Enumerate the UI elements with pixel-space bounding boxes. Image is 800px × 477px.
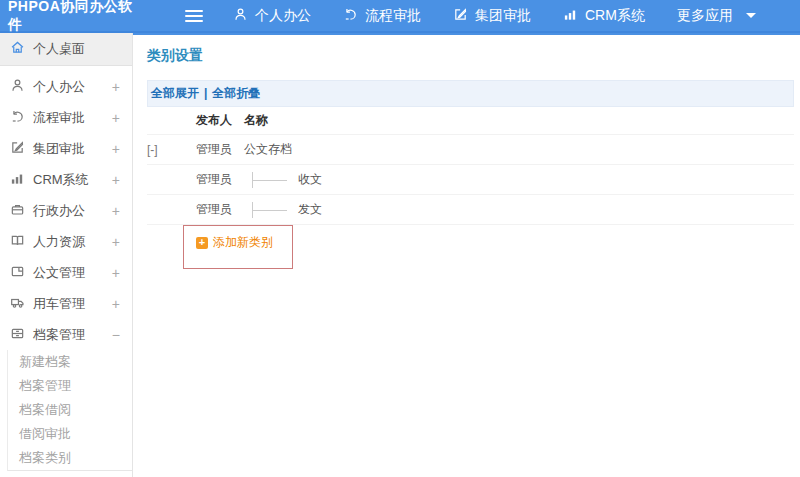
nav-more-apps[interactable]: 更多应用: [661, 0, 772, 31]
sidebar-item-flow-approval[interactable]: 流程审批 +: [0, 102, 132, 133]
expand-toggle[interactable]: +: [112, 296, 120, 312]
truck-icon: [10, 295, 25, 313]
flow-icon: [343, 7, 358, 25]
row-category-name: 发文: [298, 201, 322, 218]
user-icon: [233, 7, 248, 25]
archive-icon: [10, 326, 25, 344]
sidebar-item-admin-office[interactable]: 行政办公 +: [0, 195, 132, 226]
table-row: [-] 管理员 公文存档: [147, 135, 794, 165]
sidebar-subitem-archive-borrow[interactable]: 档案借阅: [8, 398, 132, 422]
sidebar-item-personal-office[interactable]: 个人办公 +: [0, 71, 132, 102]
collapse-all-link[interactable]: 全部折叠: [212, 86, 260, 100]
tree-line: [252, 202, 292, 218]
row-category-name: 收文: [298, 171, 322, 188]
book-icon: [10, 233, 25, 251]
briefcase-icon: [10, 202, 25, 220]
nav-crm-system[interactable]: CRM系统: [547, 0, 661, 31]
sidebar-item-personal-desktop[interactable]: 个人桌面: [0, 33, 132, 66]
nav-personal-office[interactable]: 个人办公: [217, 0, 327, 31]
archive-submenu: 新建档案 档案管理 档案借阅 借阅审批 档案类别: [7, 350, 132, 471]
expand-toggle[interactable]: +: [112, 265, 120, 281]
top-nav: 个人办公 流程审批 集团审批: [217, 0, 772, 31]
sidebar-subitem-new-archive[interactable]: 新建档案: [8, 350, 132, 374]
expand-all-link[interactable]: 全部展开: [151, 86, 199, 100]
col-header-publisher: 发布人: [196, 112, 244, 129]
tree-line: [252, 172, 292, 188]
expand-toggle[interactable]: +: [112, 172, 120, 188]
chart-icon: [10, 171, 25, 189]
sidebar-item-hr[interactable]: 人力资源 +: [0, 226, 132, 257]
toolbar-divider: |: [204, 86, 207, 100]
tree-toolbar: 全部展开|全部折叠: [147, 80, 794, 107]
sidebar-item-document-mgmt[interactable]: 公文管理 +: [0, 257, 132, 288]
table-row: 管理员 收文: [147, 165, 794, 195]
sidebar-item-crm-system[interactable]: CRM系统 +: [0, 164, 132, 195]
caret-down-icon: [746, 13, 756, 18]
app-logo: PHPOA协同办公软件: [0, 0, 133, 34]
hamburger-menu-icon[interactable]: [185, 10, 203, 22]
sidebar: 个人桌面 个人办公 + 流程审批 + 集团审批 +: [0, 33, 133, 477]
nav-flow-approval[interactable]: 流程审批: [327, 0, 437, 31]
sidebar-subitem-archive-mgmt[interactable]: 档案管理: [8, 374, 132, 398]
page-title: 类别设置: [147, 47, 794, 65]
edit-icon: [453, 7, 468, 25]
plus-icon: +: [196, 237, 208, 249]
app-window: PHPOA协同办公软件 个人办公 流程审批: [0, 0, 800, 477]
sidebar-item-archive-mgmt[interactable]: 档案管理 −: [0, 319, 132, 350]
annotation-highlight-box: + 添加新类别: [183, 225, 293, 269]
expand-toggle[interactable]: +: [112, 141, 120, 157]
col-header-name: 名称: [244, 112, 794, 129]
sidebar-subitem-borrow-approval[interactable]: 借阅审批: [8, 422, 132, 446]
document-icon: [10, 264, 25, 282]
expand-toggle[interactable]: +: [112, 110, 120, 126]
row-publisher: 管理员: [196, 141, 244, 158]
row-publisher: 管理员: [196, 171, 244, 188]
expand-toggle[interactable]: +: [112, 234, 120, 250]
category-table: 发布人 名称 [-] 管理员 公文存档 管理员 收文 管理员 发文: [147, 107, 794, 269]
collapse-toggle[interactable]: −: [112, 327, 120, 343]
chart-icon: [563, 7, 578, 25]
sidebar-menu: 个人办公 + 流程审批 + 集团审批 + CRM系统 +: [0, 66, 132, 471]
content-area: 类别设置 全部展开|全部折叠 发布人 名称 [-] 管理员 公文存档 管理员: [133, 33, 800, 477]
edit-icon: [10, 140, 25, 158]
row-publisher: 管理员: [196, 201, 244, 218]
sidebar-subitem-archive-category[interactable]: 档案类别: [8, 446, 132, 470]
expand-toggle[interactable]: +: [112, 203, 120, 219]
sidebar-item-group-approval[interactable]: 集团审批 +: [0, 133, 132, 164]
flow-icon: [10, 109, 25, 127]
expand-toggle[interactable]: +: [112, 79, 120, 95]
row-category-name: 公文存档: [244, 141, 794, 158]
home-icon: [10, 40, 25, 58]
table-row: 管理员 发文: [147, 195, 794, 225]
add-category-label: 添加新类别: [213, 234, 273, 251]
top-bar: PHPOA协同办公软件 个人办公 流程审批: [0, 0, 800, 33]
user-icon: [10, 78, 25, 96]
nav-group-approval[interactable]: 集团审批: [437, 0, 547, 31]
row-collapse-toggle[interactable]: [-]: [147, 143, 196, 157]
add-category-link[interactable]: + 添加新类别: [196, 234, 292, 251]
table-header-row: 发布人 名称: [147, 107, 794, 135]
sidebar-item-vehicle-mgmt[interactable]: 用车管理 +: [0, 288, 132, 319]
